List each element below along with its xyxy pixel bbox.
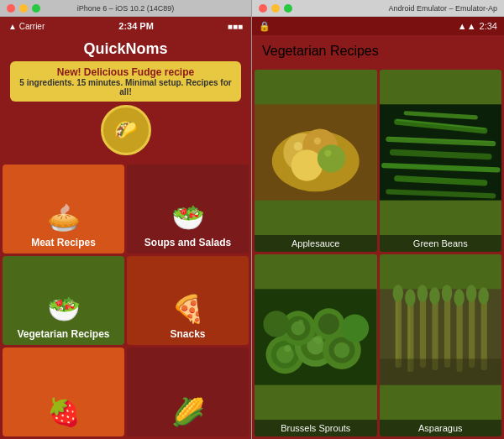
tile5-icon: 🍓 [47, 396, 81, 428]
brussels-sprouts-image [255, 254, 377, 420]
meat-recipes-label: Meat Recipes [31, 237, 96, 248]
svg-point-31 [334, 342, 350, 358]
ios-tile-soups-salads[interactable]: 🥗 Soups and Salads [127, 165, 249, 253]
android-window-bar: Android Emulator – Emulator-Ap [252, 0, 504, 17]
svg-line-14 [396, 179, 484, 183]
meat-recipes-icon: 🥧 [47, 201, 81, 233]
ios-carrier: ▲ Carrier [8, 22, 45, 31]
applesauce-image [255, 70, 377, 235]
android-app-title: Vegetarian Recipes [262, 44, 379, 59]
svg-point-8 [324, 149, 331, 156]
asparagus-image [380, 254, 502, 420]
wifi-icon: ▲ [8, 22, 17, 31]
brussels-sprouts-label: Brussels Sprouts [255, 420, 377, 436]
svg-point-6 [314, 138, 321, 144]
android-status-bar: 🔒 ▲▲ 2:34 [252, 17, 504, 35]
svg-point-38 [298, 320, 303, 325]
svg-point-55 [465, 285, 475, 302]
android-time: 2:34 [480, 21, 497, 31]
svg-point-51 [441, 285, 451, 302]
recipe-card-brussels-sprouts[interactable]: Brussels Sprouts [255, 254, 377, 436]
ios-category-grid: 🥧 Meat Recipes 🥗 Soups and Salads 🥗 Vege… [0, 162, 251, 439]
svg-line-12 [392, 153, 488, 157]
ios-battery: ■■■ [228, 22, 243, 31]
recipe-card-asparagus[interactable]: Asparagus [380, 254, 502, 436]
ios-tile-vegetarian[interactable]: 🥗 Vegetarian Recipes [3, 256, 124, 345]
ios-window-title: iPhone 6 – iOS 10.2 (14C89) [77, 4, 175, 13]
android-minimize-button[interactable] [271, 4, 280, 13]
svg-point-35 [263, 311, 289, 337]
svg-point-36 [284, 345, 291, 352]
ios-device: iPhone 6 – iOS 10.2 (14C89) ▲ Carrier 2:… [0, 0, 252, 439]
ios-app-logo: 🌮 [101, 105, 151, 155]
ios-time: 2:34 PM [118, 21, 154, 31]
maximize-button[interactable] [32, 4, 40, 13]
applesauce-label: Applesauce [255, 235, 377, 252]
soups-salads-label: Soups and Salads [144, 237, 231, 248]
svg-point-49 [429, 287, 439, 305]
android-maximize-button[interactable] [284, 4, 292, 13]
green-beans-label: Green Beans [380, 235, 502, 252]
svg-point-34 [341, 314, 369, 342]
svg-point-47 [417, 285, 427, 302]
snacks-icon: 🍕 [171, 293, 205, 325]
svg-point-53 [454, 289, 464, 306]
svg-rect-58 [380, 358, 502, 384]
android-close-button[interactable] [259, 4, 267, 13]
ios-tile-6[interactable]: 🌽 [127, 348, 249, 436]
ios-banner-title: New! Delicious Fudge recipe [17, 66, 234, 78]
android-signal-icons: ▲▲ 2:34 [458, 21, 497, 31]
soups-salads-icon: 🥗 [171, 201, 205, 233]
ios-app-title: QuickNoms [7, 40, 244, 58]
svg-point-45 [405, 289, 415, 306]
ios-app-header: QuickNoms New! Delicious Fudge recipe 5 … [0, 35, 251, 162]
tile6-icon: 🌽 [171, 396, 205, 428]
asparagus-label: Asparagus [380, 420, 502, 436]
android-device: Android Emulator – Emulator-Ap 🔒 ▲▲ 2:34… [252, 0, 504, 439]
svg-point-37 [314, 335, 323, 343]
ios-app: QuickNoms New! Delicious Fudge recipe 5 … [0, 35, 251, 439]
svg-point-33 [318, 313, 339, 334]
svg-point-42 [392, 285, 402, 302]
android-window-title: Android Emulator – Emulator-Ap [388, 4, 497, 13]
logo-icon: 🌮 [114, 119, 137, 141]
green-beans-image [380, 70, 502, 235]
ios-tile-snacks[interactable]: 🍕 Snacks [127, 256, 249, 345]
ios-banner-subtitle: 5 ingredients. 15 minutes. Minimal setup… [17, 78, 234, 97]
svg-point-5 [294, 142, 302, 150]
ios-promo-banner: New! Delicious Fudge recipe 5 ingredient… [10, 61, 241, 102]
ios-status-bar: ▲ Carrier 2:34 PM ■■■ [0, 17, 251, 35]
android-app-header: Vegetarian Recipes [252, 35, 504, 67]
vegetarian-icon: 🥗 [47, 293, 81, 325]
svg-point-7 [318, 144, 345, 172]
svg-point-57 [478, 287, 488, 305]
vegetarian-label: Vegetarian Recipes [17, 328, 109, 340]
android-lock-icon: 🔒 [259, 21, 270, 32]
ios-tile-5[interactable]: 🍓 [3, 348, 124, 436]
minimize-button[interactable] [19, 4, 28, 13]
close-button[interactable] [7, 4, 15, 13]
ios-window-bar: iPhone 6 – iOS 10.2 (14C89) [0, 0, 251, 17]
svg-point-4 [291, 149, 323, 180]
android-recipe-grid: Applesauce Gre [252, 67, 504, 439]
snacks-label: Snacks [170, 328, 205, 340]
signal-icon: ▲▲ [458, 21, 476, 31]
recipe-card-applesauce[interactable]: Applesauce [255, 70, 377, 252]
ios-tile-meat-recipes[interactable]: 🥧 Meat Recipes [3, 165, 124, 253]
recipe-card-green-beans[interactable]: Green Beans [380, 70, 502, 252]
